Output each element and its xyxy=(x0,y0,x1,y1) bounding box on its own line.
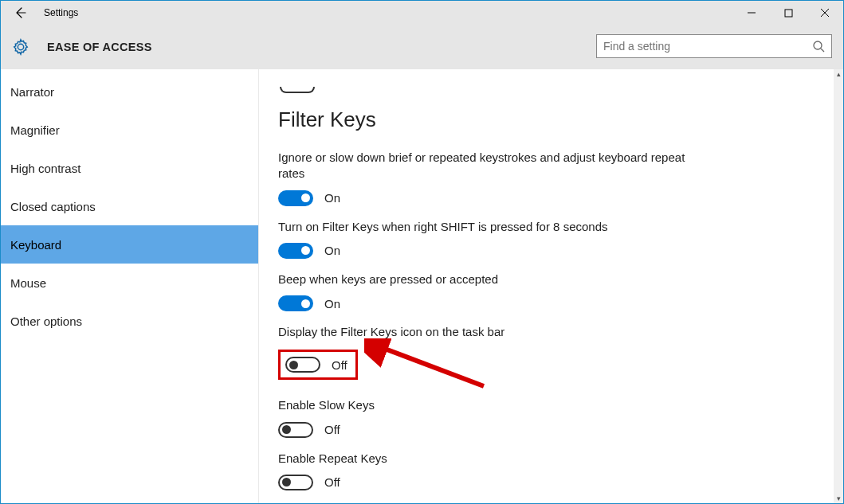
sidebar-item-closed-captions[interactable]: Closed captions xyxy=(1,187,258,225)
vertical-scrollbar[interactable]: ▴ ▾ xyxy=(834,69,843,503)
content-scroll: Filter Keys Ignore or slow down brief or… xyxy=(259,69,834,503)
scroll-down-icon[interactable]: ▾ xyxy=(834,494,843,503)
setting-label: Turn on Filter Keys when right SHIFT is … xyxy=(278,219,693,235)
sidebar-item-mouse[interactable]: Mouse xyxy=(1,264,258,302)
sidebar-item-label: Mouse xyxy=(10,276,46,290)
minimize-icon xyxy=(747,8,756,18)
close-button[interactable] xyxy=(807,1,843,25)
sidebar-item-label: Closed captions xyxy=(10,200,96,213)
svg-rect-1 xyxy=(785,10,792,17)
setting-right-shift: Turn on Filter Keys when right SHIFT is … xyxy=(278,219,819,259)
close-icon xyxy=(820,8,830,18)
section-heading: Filter Keys xyxy=(278,107,819,132)
toggle-knob xyxy=(282,425,291,434)
sidebar-item-narrator[interactable]: Narrator xyxy=(1,72,258,111)
setting-repeat-keys: Enable Repeat Keys Off xyxy=(278,451,819,490)
back-arrow-icon xyxy=(14,6,26,19)
sidebar-item-label: Narrator xyxy=(10,85,54,99)
setting-slow-keys: Enable Slow Keys Off xyxy=(278,397,819,437)
header: EASE OF ACCESS xyxy=(1,25,843,69)
setting-beep: Beep when keys are pressed or accepted O… xyxy=(278,272,819,311)
sidebar-item-keyboard[interactable]: Keyboard xyxy=(1,225,258,264)
toggle-knob xyxy=(282,478,291,486)
toggle-state-label: Off xyxy=(324,423,340,436)
toggle-knob xyxy=(301,193,310,202)
annotation-arrow-icon xyxy=(364,338,492,394)
toggle-taskbar-icon[interactable] xyxy=(285,357,320,373)
sidebar-item-label: Keyboard xyxy=(10,238,61,252)
sidebar-item-high-contrast[interactable]: High contrast xyxy=(1,149,258,187)
toggle-knob xyxy=(301,246,310,255)
sidebar: Narrator Magnifier High contrast Closed … xyxy=(1,69,259,503)
toggle-slow-keys[interactable] xyxy=(278,422,313,438)
annotation-highlight-box: Off xyxy=(278,350,358,380)
partial-toggle-cutoff xyxy=(280,87,315,93)
toggle-state-label: On xyxy=(324,297,340,311)
content-area: Filter Keys Ignore or slow down brief or… xyxy=(259,69,843,503)
sidebar-item-magnifier[interactable]: Magnifier xyxy=(1,111,258,149)
maximize-button[interactable] xyxy=(770,1,807,25)
setting-label: Enable Repeat Keys xyxy=(278,451,693,467)
maximize-icon xyxy=(784,9,793,18)
window-title: Settings xyxy=(39,7,78,18)
sidebar-item-other-options[interactable]: Other options xyxy=(1,302,258,340)
toggle-knob xyxy=(289,361,298,369)
setting-label: Beep when keys are pressed or accepted xyxy=(278,272,693,287)
window-controls xyxy=(733,1,843,25)
svg-point-4 xyxy=(814,41,822,49)
toggle-right-shift[interactable] xyxy=(278,243,313,259)
toggle-repeat-keys[interactable] xyxy=(278,475,313,490)
toggle-state-label: On xyxy=(324,191,340,205)
minimize-button[interactable] xyxy=(733,1,770,25)
body: Narrator Magnifier High contrast Closed … xyxy=(1,69,843,503)
toggle-knob xyxy=(301,299,310,308)
svg-line-6 xyxy=(379,346,484,386)
back-button[interactable] xyxy=(1,1,39,25)
sidebar-item-label: Other options xyxy=(10,315,82,328)
sidebar-item-label: High contrast xyxy=(10,162,80,175)
toggle-beep[interactable] xyxy=(278,295,313,311)
search-input[interactable] xyxy=(603,40,807,53)
titlebar: Settings xyxy=(1,1,843,25)
toggle-state-label: Off xyxy=(324,475,340,489)
search-icon xyxy=(812,40,825,56)
setting-label: Ignore or slow down brief or repeated ke… xyxy=(278,150,693,182)
sidebar-item-label: Magnifier xyxy=(10,123,60,137)
setting-taskbar-icon: Display the Filter Keys icon on the task… xyxy=(278,324,819,380)
svg-line-5 xyxy=(821,49,824,52)
scroll-up-icon[interactable]: ▴ xyxy=(834,69,843,79)
setting-label: Display the Filter Keys icon on the task… xyxy=(278,324,693,340)
setting-label: Enable Slow Keys xyxy=(278,397,693,413)
toggle-state-label: Off xyxy=(332,358,347,372)
search-box[interactable] xyxy=(596,34,832,58)
toggle-ignore-keystrokes[interactable] xyxy=(278,190,313,206)
settings-window: Settings EASE OF ACCESS xyxy=(0,0,844,504)
page-title: EASE OF ACCESS xyxy=(47,41,152,53)
setting-ignore-keystrokes: Ignore or slow down brief or repeated ke… xyxy=(278,150,819,206)
gear-icon xyxy=(12,38,29,56)
toggle-state-label: On xyxy=(324,244,340,257)
